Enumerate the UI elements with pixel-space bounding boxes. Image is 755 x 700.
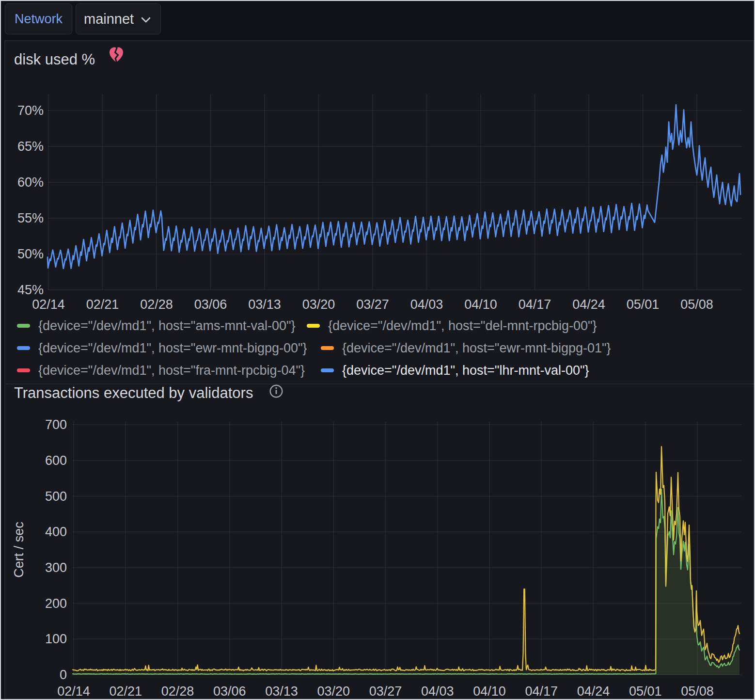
svg-text:05/01: 05/01 bbox=[629, 684, 662, 699]
svg-text:50%: 50% bbox=[17, 247, 44, 261]
svg-text:04/03: 04/03 bbox=[421, 684, 454, 699]
svg-text:05/08: 05/08 bbox=[680, 297, 713, 312]
svg-text:04/17: 04/17 bbox=[525, 684, 558, 699]
svg-text:200: 200 bbox=[45, 596, 67, 611]
svg-text:0: 0 bbox=[60, 668, 67, 682]
svg-text:03/20: 03/20 bbox=[317, 684, 350, 699]
svg-text:300: 300 bbox=[45, 560, 67, 575]
svg-text:60%: 60% bbox=[17, 175, 44, 190]
svg-text:04/03: 04/03 bbox=[410, 297, 443, 312]
svg-text:05/08: 05/08 bbox=[681, 684, 714, 699]
svg-text:03/13: 03/13 bbox=[248, 297, 281, 312]
svg-text:02/14: 02/14 bbox=[32, 297, 65, 312]
svg-text:700: 700 bbox=[45, 417, 67, 432]
svg-text:500: 500 bbox=[45, 489, 67, 504]
svg-text:02/14: 02/14 bbox=[57, 684, 90, 699]
svg-text:05/01: 05/01 bbox=[627, 297, 660, 312]
svg-text:04/10: 04/10 bbox=[464, 297, 497, 312]
svg-text:04/24: 04/24 bbox=[572, 297, 605, 312]
svg-text:04/17: 04/17 bbox=[519, 297, 551, 312]
svg-text:100: 100 bbox=[45, 632, 67, 646]
svg-text:65%: 65% bbox=[17, 139, 44, 154]
svg-text:04/10: 04/10 bbox=[473, 684, 506, 699]
svg-text:03/27: 03/27 bbox=[356, 297, 389, 312]
svg-text:55%: 55% bbox=[17, 211, 44, 225]
svg-text:03/27: 03/27 bbox=[369, 684, 402, 699]
svg-text:04/24: 04/24 bbox=[577, 684, 610, 699]
svg-text:70%: 70% bbox=[17, 103, 44, 118]
svg-text:03/13: 03/13 bbox=[265, 684, 298, 699]
svg-text:03/20: 03/20 bbox=[302, 297, 335, 312]
svg-text:400: 400 bbox=[45, 525, 67, 539]
svg-text:Cert / sec: Cert / sec bbox=[12, 522, 26, 578]
svg-text:600: 600 bbox=[45, 453, 67, 468]
svg-text:02/21: 02/21 bbox=[109, 684, 142, 699]
svg-text:02/21: 02/21 bbox=[86, 297, 119, 312]
svg-text:03/06: 03/06 bbox=[194, 297, 227, 312]
svg-text:02/28: 02/28 bbox=[140, 297, 173, 312]
svg-text:02/28: 02/28 bbox=[161, 684, 194, 699]
svg-text:03/06: 03/06 bbox=[213, 684, 246, 699]
svg-text:45%: 45% bbox=[17, 283, 44, 297]
